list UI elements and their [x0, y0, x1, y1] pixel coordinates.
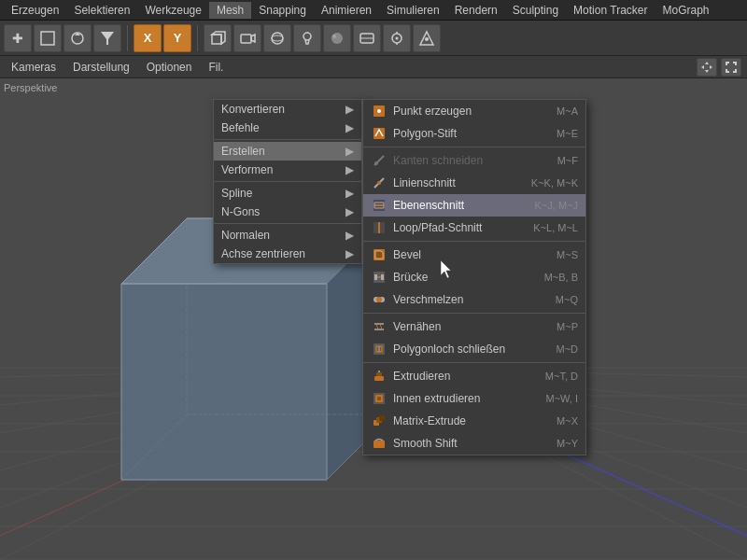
toolbar2-optionen[interactable]: Optionen — [139, 59, 200, 76]
erstellen-poly-stift[interactable]: Polygon-Stift M~E — [363, 122, 585, 145]
erstellen-innen-extrudieren[interactable]: Innen extrudieren M~W, I — [363, 387, 585, 410]
smooth-shift-icon — [371, 435, 388, 452]
poly-stift-icon — [371, 125, 388, 142]
erstellen-polygonloch[interactable]: Polygonloch schließen M~D — [363, 338, 585, 360]
tool-lamp[interactable] — [413, 24, 441, 52]
svg-rect-83 — [377, 397, 381, 400]
menu-erzeugen[interactable]: Erzeugen — [4, 2, 66, 19]
viewport[interactable]: Perspektive Konvertieren ▶ Befehle ▶ Ers… — [0, 78, 747, 560]
erstellen-linienschnitt[interactable]: Linienschnitt K~K, M~K — [363, 172, 585, 194]
tool-box[interactable] — [34, 24, 62, 52]
erstellen-bruecke[interactable]: Brücke M~B, B — [363, 266, 585, 288]
menu-mesh[interactable]: Mesh — [209, 2, 251, 19]
tool-camera[interactable] — [233, 24, 261, 52]
erstellen-loop[interactable]: Loop/Pfad-Schnitt K~L, M~L — [363, 217, 585, 239]
dropdown-mesh-erstellen[interactable]: Erstellen ▶ — [214, 142, 361, 161]
menu-simulieren[interactable]: Simulieren — [379, 2, 447, 19]
svg-rect-79 — [376, 372, 382, 376]
tool-x[interactable]: X — [134, 24, 162, 52]
dropdown-mesh-ngons[interactable]: N-Gons ▶ — [214, 203, 361, 221]
sep-mesh-2 — [214, 181, 361, 182]
toolbar2-fil[interactable]: Fil. — [201, 59, 231, 76]
menu-werkzeuge[interactable]: Werkzeuge — [137, 2, 208, 19]
svg-line-73 — [376, 324, 378, 329]
svg-point-14 — [396, 36, 399, 39]
tool-cube[interactable] — [204, 24, 232, 52]
svg-point-7 — [272, 35, 283, 41]
verschmelzen-icon — [371, 291, 388, 308]
bevel-icon — [371, 246, 388, 263]
sep-mesh-3 — [214, 223, 361, 224]
tool-rotate[interactable] — [63, 24, 92, 52]
erstellen-ebenenschnitt[interactable]: Ebenenschnitt K~J, M~J — [363, 194, 585, 217]
svg-point-10 — [332, 35, 336, 38]
matrix-extrude-icon — [371, 413, 388, 429]
menu-snapping[interactable]: Snapping — [251, 2, 314, 19]
toolbar2-darstellung[interactable]: Darstellung — [65, 59, 137, 76]
svg-point-6 — [272, 33, 283, 44]
tool-funnel[interactable] — [93, 24, 121, 52]
erstellen-bevel[interactable]: Bevel M~S — [363, 244, 585, 266]
svg-rect-0 — [41, 32, 54, 45]
toolbar: ✚ X Y — [0, 21, 747, 56]
menu-selektieren[interactable]: Selektieren — [66, 2, 137, 19]
vernaehen-icon — [371, 318, 388, 335]
svg-rect-2 — [212, 35, 221, 44]
menu-mograph[interactable]: MoGraph — [655, 2, 716, 19]
punkt-icon — [371, 103, 388, 119]
bruecke-icon — [371, 269, 388, 286]
svg-rect-4 — [241, 35, 251, 43]
sep-e1 — [363, 147, 585, 147]
extrudieren-icon — [371, 368, 388, 385]
svg-marker-5 — [251, 35, 255, 42]
menu-rendern[interactable]: Rendern — [447, 2, 505, 19]
svg-point-9 — [331, 33, 343, 44]
tool-track[interactable] — [383, 24, 411, 52]
viewport-size[interactable] — [721, 58, 741, 77]
sep-e2 — [363, 241, 585, 242]
linienschnitt-icon — [371, 175, 388, 191]
svg-point-70 — [376, 297, 382, 302]
dropdown-mesh: Konvertieren ▶ Befehle ▶ Erstellen ▶ Ver… — [213, 99, 362, 264]
menu-bar: Erzeugen Selektieren Werkzeuge Mesh Snap… — [0, 0, 747, 21]
erstellen-vernaehen[interactable]: Vernähen M~P — [363, 315, 585, 338]
dropdown-mesh-normalen[interactable]: Normalen ▶ — [214, 226, 361, 245]
tool-add[interactable]: ✚ — [4, 24, 32, 52]
sep-e4 — [363, 362, 585, 363]
erstellen-kanten: Kanten schneiden M~F — [363, 149, 585, 172]
dropdown-erstellen: Punkt erzeugen M~A Polygon-Stift M~E Kan… — [362, 99, 586, 455]
erstellen-verschmelzen[interactable]: Verschmelzen M~Q — [363, 288, 585, 311]
erstellen-punkt[interactable]: Punkt erzeugen M~A — [363, 100, 585, 122]
menu-sculpting[interactable]: Sculpting — [505, 2, 566, 19]
kanten-icon — [371, 152, 388, 169]
erstellen-matrix-extrude[interactable]: Matrix-Extrude M~X — [363, 410, 585, 432]
polygonloch-icon — [371, 341, 388, 357]
dropdown-mesh-befehle[interactable]: Befehle ▶ — [214, 119, 361, 137]
loop-icon — [371, 219, 388, 236]
tool-environment[interactable] — [353, 24, 381, 52]
sep-e3 — [363, 313, 585, 314]
dropdown-mesh-konvertieren[interactable]: Konvertieren ▶ — [214, 100, 361, 119]
erstellen-extrudieren[interactable]: Extrudieren M~T, D — [363, 365, 585, 387]
viewport-move[interactable] — [697, 58, 717, 77]
menu-animieren[interactable]: Animieren — [314, 2, 379, 19]
ebenenschnitt-icon — [371, 197, 388, 214]
dropdown-mesh-spline[interactable]: Spline ▶ — [214, 184, 361, 203]
svg-rect-66 — [381, 274, 384, 280]
svg-rect-65 — [374, 274, 377, 280]
svg-rect-87 — [374, 441, 385, 448]
tool-light[interactable] — [293, 24, 321, 52]
tool-sphere[interactable] — [263, 24, 291, 52]
menu-motion-tracker[interactable]: Motion Tracker — [566, 2, 655, 19]
dropdown-mesh-achse[interactable]: Achse zentrieren ▶ — [214, 245, 361, 263]
sep1 — [127, 25, 128, 51]
erstellen-smooth-shift[interactable]: Smooth Shift M~Y — [363, 432, 585, 455]
dropdown-mesh-verformen[interactable]: Verformen ▶ — [214, 161, 361, 179]
tool-mat[interactable] — [323, 24, 351, 52]
tool-y[interactable]: Y — [163, 24, 191, 52]
toolbar2-kameras[interactable]: Kameras — [4, 59, 63, 76]
svg-rect-78 — [374, 376, 384, 381]
sep2 — [197, 25, 198, 51]
svg-point-54 — [374, 161, 378, 165]
svg-point-8 — [303, 33, 311, 40]
